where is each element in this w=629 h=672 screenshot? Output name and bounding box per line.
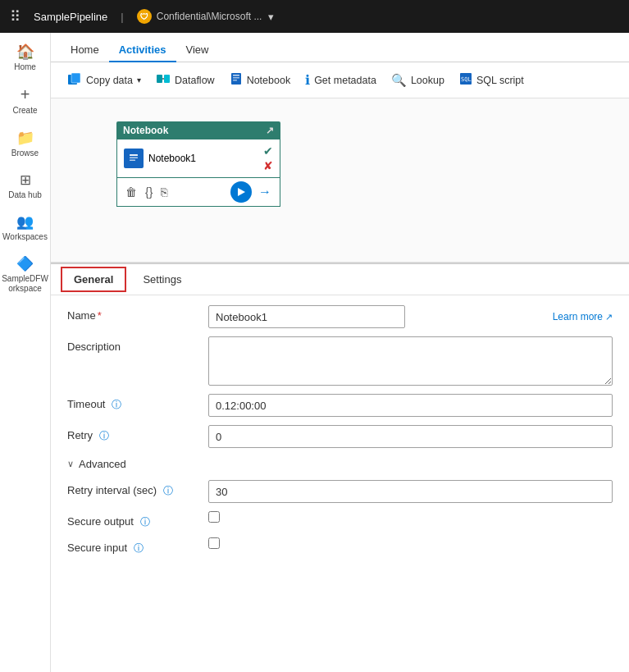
timeout-control-wrap xyxy=(208,394,613,417)
timeout-row: Timeout ⓘ xyxy=(67,394,613,417)
sidebar-item-workspaces[interactable]: 👥 Workspaces xyxy=(0,207,50,249)
sql-script-button[interactable]: SQL SQL script xyxy=(453,68,531,93)
tab-activities[interactable]: Activities xyxy=(109,39,176,62)
svg-rect-1 xyxy=(71,73,80,83)
topbar: ⠿ SamplePipeline | 🛡 Confidential\Micros… xyxy=(0,0,629,33)
learn-more-link[interactable]: Learn more ↗ xyxy=(553,311,613,322)
timeout-label: Timeout ⓘ xyxy=(67,394,198,412)
secure-output-checkbox[interactable] xyxy=(208,511,220,523)
copy-data-icon xyxy=(67,72,82,89)
x-icon: ✘ xyxy=(263,159,273,172)
run-button[interactable] xyxy=(230,181,252,203)
copy-data-label: Copy data xyxy=(86,75,133,86)
home-icon: 🏠 xyxy=(16,43,34,61)
tab-view[interactable]: View xyxy=(176,39,219,62)
sql-script-label: SQL script xyxy=(476,75,524,86)
delete-icon[interactable]: 🗑 xyxy=(124,184,139,200)
get-metadata-button[interactable]: ℹ Get metadata xyxy=(299,68,383,92)
secure-input-label: Secure input ⓘ xyxy=(67,537,198,555)
name-row-header: Learn more ↗ xyxy=(208,305,613,328)
name-input[interactable] xyxy=(208,305,405,328)
svg-rect-7 xyxy=(233,77,239,79)
check-icon: ✔ xyxy=(263,144,273,158)
pipeline-name: SamplePipeline xyxy=(34,11,107,23)
create-icon: + xyxy=(21,85,30,104)
retry-interval-input[interactable] xyxy=(208,480,613,503)
expand-icon[interactable]: ↗ xyxy=(266,125,274,136)
sidebar-item-sampledfw[interactable]: 🔷 SampleDFW orkspace xyxy=(0,249,50,300)
tab-settings[interactable]: Settings xyxy=(130,267,194,292)
confidential-badge: 🛡 Confidential\Microsoft ... ▾ xyxy=(137,9,275,24)
lookup-label: Lookup xyxy=(411,75,444,86)
app-dots-icon[interactable]: ⠿ xyxy=(10,7,21,25)
retry-interval-control-wrap xyxy=(208,480,613,503)
svg-rect-14 xyxy=(130,160,135,162)
advanced-chevron-icon: ∨ xyxy=(67,459,74,469)
notebook-button[interactable]: Notebook xyxy=(223,68,298,93)
name-label: Name* xyxy=(67,305,198,322)
secure-output-row: Secure output ⓘ xyxy=(67,511,613,529)
notebook-status-icons: ✔ ✘ xyxy=(263,144,273,172)
svg-rect-8 xyxy=(233,80,237,81)
sidebar-item-home[interactable]: 🏠 Home xyxy=(0,36,50,79)
notebook-block-actions: 🗑 {} ⎘ → xyxy=(116,178,280,207)
svg-rect-13 xyxy=(130,158,138,159)
svg-rect-3 xyxy=(164,75,170,83)
sidebar-item-create[interactable]: + Create xyxy=(0,79,50,122)
notebook-body-icon xyxy=(124,149,144,168)
sidebar-label-home: Home xyxy=(14,62,36,72)
tab-general[interactable]: General xyxy=(61,267,126,292)
panel-form: Name* Learn more ↗ Descrip xyxy=(51,295,629,565)
secure-input-checkbox[interactable] xyxy=(208,537,220,549)
code-icon[interactable]: {} xyxy=(144,184,154,200)
bottom-panel: General Settings Name* Learn more xyxy=(51,263,629,672)
chevron-down-icon[interactable]: ▾ xyxy=(268,11,274,23)
name-row: Name* Learn more ↗ xyxy=(67,305,613,328)
lookup-button[interactable]: 🔍 Lookup xyxy=(385,69,451,92)
notebook-block[interactable]: Notebook ↗ Notebook1 ✔ ✘ 🗑 {} ⎘ xyxy=(116,121,280,207)
arrow-right-icon[interactable]: → xyxy=(257,183,273,201)
timeout-input[interactable] xyxy=(208,394,613,417)
get-metadata-icon: ℹ xyxy=(305,72,310,88)
retry-input[interactable] xyxy=(208,425,613,448)
sidebar-item-browse[interactable]: 📁 Browse xyxy=(0,122,50,165)
learn-more-icon: ↗ xyxy=(605,312,613,322)
copy-icon[interactable]: ⎘ xyxy=(159,184,169,200)
sampledfw-icon: 🔷 xyxy=(16,255,34,272)
secure-output-control-wrap xyxy=(208,511,613,523)
main-layout: 🏠 Home + Create 📁 Browse ⊞ Data hub 👥 Wo… xyxy=(0,33,629,672)
copy-data-button[interactable]: Copy data ▾ xyxy=(61,68,148,93)
dataflow-button[interactable]: Dataflow xyxy=(149,68,221,93)
sidebar-label-create: Create xyxy=(12,106,37,116)
get-metadata-label: Get metadata xyxy=(314,75,376,86)
lookup-icon: 🔍 xyxy=(391,73,407,88)
datahub-icon: ⊞ xyxy=(20,171,31,189)
description-input[interactable] xyxy=(208,336,613,386)
advanced-toggle[interactable]: ∨ Advanced xyxy=(67,456,613,472)
retry-row: Retry ⓘ xyxy=(67,425,613,448)
description-control-wrap xyxy=(208,336,613,386)
notebook-label: Notebook xyxy=(247,75,291,86)
tab-home[interactable]: Home xyxy=(61,39,109,62)
description-row: Description xyxy=(67,336,613,386)
canvas-area[interactable]: Notebook ↗ Notebook1 ✔ ✘ 🗑 {} ⎘ xyxy=(51,98,629,263)
retry-info-icon: ⓘ xyxy=(99,430,109,441)
notebook-block-header: Notebook ↗ xyxy=(116,121,280,139)
sidebar-label-datahub: Data hub xyxy=(8,190,42,200)
content-area: Home Activities View Copy data ▾ Dataflo… xyxy=(51,33,629,672)
ribbon-toolbar: Copy data ▾ Dataflow Notebook ℹ Get meta… xyxy=(51,62,629,98)
secure-input-info-icon: ⓘ xyxy=(134,542,144,554)
confidential-label: Confidential\Microsoft ... xyxy=(157,11,262,22)
name-control-wrap: Learn more ↗ xyxy=(208,305,613,328)
notebook-icon xyxy=(230,72,243,89)
sidebar-item-datahub[interactable]: ⊞ Data hub xyxy=(0,165,50,207)
retry-control-wrap xyxy=(208,425,613,448)
retry-interval-label: Retry interval (sec) ⓘ xyxy=(67,480,198,498)
secure-output-label: Secure output ⓘ xyxy=(67,511,198,529)
panel-tabs: General Settings xyxy=(51,264,629,295)
notebook-block-name: Notebook1 xyxy=(148,153,258,164)
svg-text:SQL: SQL xyxy=(461,76,472,83)
copy-data-chevron: ▾ xyxy=(137,75,141,85)
secure-input-row: Secure input ⓘ xyxy=(67,537,613,555)
learn-more-label: Learn more xyxy=(553,311,603,322)
